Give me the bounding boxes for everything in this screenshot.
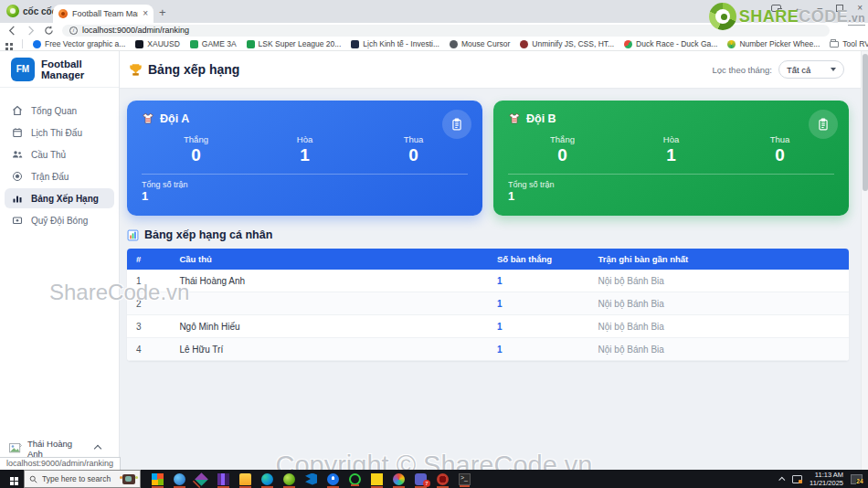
team-a-header: Đội A [142, 112, 468, 125]
taskbar-app-icon[interactable] [174, 473, 185, 485]
notification-badge: 7 [423, 480, 430, 487]
taskbar-app-icon[interactable] [195, 472, 208, 486]
tab-close-icon[interactable]: × [143, 9, 148, 18]
url-text: localhost:9000/admin/ranking [82, 26, 189, 35]
bookmark-item[interactable]: Mouse Cursor [450, 39, 510, 48]
stat-hoa: Hòa1 [250, 134, 359, 165]
taskbar-terminal-icon[interactable] [459, 473, 471, 485]
system-tray: 11:13 AM 11/21/2025 24 [780, 471, 868, 488]
sidebar-item-bang-xep-hang[interactable]: Bảng Xếp Hạng [5, 188, 114, 208]
browser-tab[interactable]: Football Team Manager × [53, 5, 153, 23]
nav-back-icon[interactable] [7, 26, 17, 36]
new-tab-button[interactable]: + [159, 5, 166, 19]
ranking-table: # Cầu thủ Số bàn thắng Trận ghi bàn gần … [127, 249, 849, 361]
bookmark-favicon [727, 40, 736, 48]
tray-chevron-up-icon[interactable] [778, 476, 785, 483]
tray-notification-icon[interactable]: 24 [851, 474, 863, 484]
bookmark-favicon [33, 40, 41, 48]
coccoc-brand: cốc cốc [6, 5, 57, 17]
bookmark-item[interactable]: XAUUSD [135, 39, 179, 48]
sidebar-item-quy-doi-bong[interactable]: Quỹ Đội Bóng [5, 210, 114, 230]
stat-thua: Thua0 [359, 134, 468, 165]
taskbar-app-icon[interactable] [437, 473, 449, 485]
web-page: FM Football Manager Tổng Quan Lịch Thi Đ… [0, 51, 868, 470]
bookmark-favicon [351, 40, 359, 48]
taskbar-clock[interactable]: 11:13 AM 11/21/2025 [810, 471, 843, 488]
month-filter: Lọc theo tháng: Tất cả [713, 60, 860, 79]
app-logo-header: FM Football Manager [0, 51, 119, 88]
fm-logo: FM [11, 58, 35, 81]
sidebar-item-tran-dau[interactable]: Trận Đấu [5, 166, 114, 186]
sidebar-item-cau-thu[interactable]: Cầu Thủ [5, 144, 114, 164]
search-icon [29, 475, 37, 483]
users-icon [12, 149, 23, 160]
clipboard-icon [450, 118, 463, 131]
sidebar-item-lich-thi-dau[interactable]: Lịch Thi Đấu [5, 122, 114, 143]
taskbar-teams-icon[interactable]: 7 [415, 473, 427, 485]
taskbar-file-explorer-icon[interactable] [239, 473, 251, 485]
chevron-up-icon [94, 445, 101, 452]
taskbar-app-icon[interactable] [152, 473, 164, 485]
tray-display-icon[interactable] [792, 475, 802, 483]
chevron-down-icon [831, 68, 836, 71]
bookmark-item[interactable]: LSK Super League 20... [247, 39, 342, 48]
nav-forward-icon[interactable] [26, 26, 36, 36]
bookmark-item[interactable]: Number Picker Whee... [727, 39, 820, 48]
ranking-table-card: # Cầu thủ Số bàn thắng Trận ghi bàn gần … [127, 249, 849, 361]
table-row[interactable]: 3 Ngô Minh Hiếu 1 Nội bộ Bánh Bia [127, 315, 849, 338]
taskbar-search[interactable]: Type here to search [24, 470, 141, 488]
sharecode-logo-icon [709, 3, 736, 30]
notification-count-badge: 24 [856, 479, 863, 485]
bookmarks-bar: Free Vector graphic a... XAUUSD GAME 3A … [0, 37, 868, 51]
divider [22, 39, 23, 48]
clock-date: 11/21/2025 [810, 479, 843, 487]
stat-thua: Thua0 [725, 134, 834, 165]
apps-grid-icon[interactable] [5, 43, 8, 46]
table-row[interactable]: 2 1 Nội bộ Bánh Bia [127, 292, 849, 315]
bookmark-favicon [450, 40, 458, 48]
user-menu[interactable]: Thái Hoàng Anh [0, 439, 119, 459]
taskbar-vscode-icon[interactable] [305, 473, 317, 485]
page-scrollbar[interactable] [861, 51, 868, 470]
taskbar-coccoc-icon[interactable] [283, 473, 295, 485]
stat-thang: Thắng0 [142, 134, 250, 165]
taskbar-notes-icon[interactable] [371, 473, 383, 485]
avatar-broken-image-icon [9, 443, 22, 454]
team-b-header: Đội B [508, 112, 834, 125]
taskbar-app-icon[interactable] [349, 473, 361, 485]
search-daily-doodle-icon [122, 474, 135, 484]
table-row[interactable]: 1 Thái Hoàng Anh 1 Nội bộ Bánh Bia [127, 270, 849, 292]
bookmark-favicon [190, 40, 198, 48]
taskbar-edge-icon[interactable] [261, 473, 273, 485]
nav-reload-icon[interactable] [44, 26, 54, 36]
sidebar-item-tong-quan[interactable]: Tổng Quan [5, 101, 114, 121]
bookmark-item[interactable]: Unminify JS, CSS, HT... [520, 39, 614, 48]
table-row[interactable]: 4 Lê Hữu Trí 1 Nội bộ Bánh Bia [127, 338, 849, 361]
stat-thang: Thắng0 [508, 134, 617, 165]
filter-label: Lọc theo tháng: [713, 65, 773, 75]
sharecode-center-watermark: ShareCode.vn [49, 280, 189, 305]
taskbar-app-icon[interactable] [217, 473, 229, 485]
bookmark-item[interactable]: GAME 3A [190, 39, 237, 48]
windows-logo-icon [10, 477, 14, 481]
bookmark-folder[interactable]: Tool RV Phim [830, 39, 868, 48]
main-area: Bảng xếp hạng Lọc theo tháng: Tất cả Đội… [120, 51, 868, 470]
divider [142, 174, 468, 175]
bookmark-item[interactable]: Duck Race - Duck Ga... [624, 39, 717, 48]
taskbar-photos-icon[interactable] [393, 473, 405, 485]
bookmark-item[interactable]: Free Vector graphic a... [33, 39, 125, 48]
month-filter-select[interactable]: Tất cả [778, 60, 844, 79]
taskbar-app-icon[interactable] [327, 473, 339, 485]
start-button[interactable] [0, 470, 24, 488]
user-name: Thái Hoàng Anh [27, 439, 90, 459]
chart-icon [127, 229, 139, 241]
home-icon [12, 105, 23, 116]
site-info-icon[interactable]: i [69, 27, 78, 35]
total-matches-label: Tổng số trận [508, 180, 834, 189]
stat-hoa: Hòa1 [617, 134, 725, 165]
wallet-icon [12, 215, 23, 226]
total-matches-value: 1 [508, 189, 834, 203]
scrollbar-thumb[interactable] [863, 54, 868, 191]
bookmark-item[interactable]: Lịch Kinh tế - Investi... [351, 39, 439, 48]
bookmark-favicon [135, 40, 143, 48]
